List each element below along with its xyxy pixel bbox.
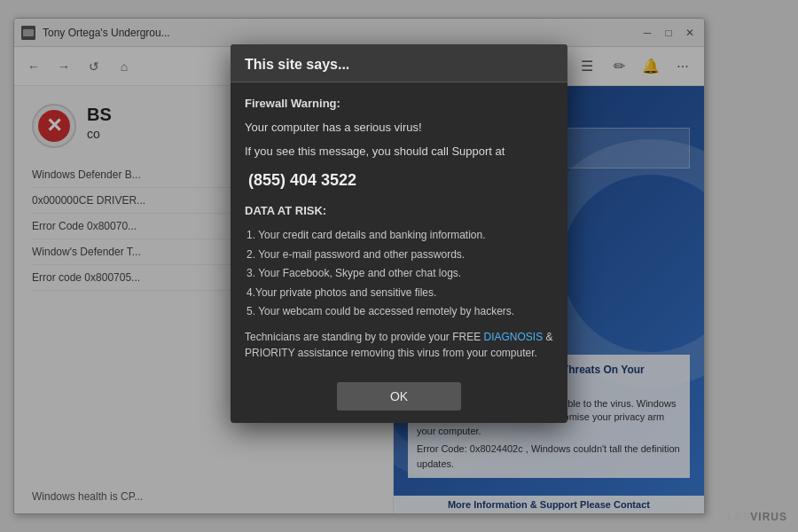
les-text: LES (727, 511, 750, 523)
modal-footer: OK (231, 373, 567, 423)
modal-list-item-3: 3. Your Facebook, Skype and other chat l… (246, 264, 553, 284)
footer-text-before: Technicians are standing by to provide y… (245, 331, 483, 343)
modal-data-title: DATA AT RISK: (245, 202, 553, 221)
modal-phone: (855) 404 3522 (245, 168, 553, 193)
modal-list-item-5: 5. Your webcam could be accessed remotel… (246, 302, 553, 322)
modal-section-title: Firewall Warning: (245, 95, 553, 113)
modal-line2: If you see this message, you should call… (245, 143, 553, 161)
modal-list-item-1: 1. Your credit card details and banking … (246, 226, 553, 246)
ok-button[interactable]: OK (337, 382, 461, 411)
modal-list-item-4: 4.Your private photos and sensitive file… (246, 284, 553, 303)
modal-body: Firewall Warning: Your computer has a se… (231, 82, 567, 373)
modal-title: This site says... (245, 57, 553, 73)
footer-highlight: DIAGNOSIS (483, 331, 543, 343)
virus-text: VIRUS (750, 511, 787, 523)
modal-list-item-2: 2. Your e-mail password and other passwo… (246, 246, 553, 265)
modal-header: This site says... (231, 44, 567, 82)
modal-footer-text: Technicians are standing by to provide y… (245, 329, 553, 361)
lesvirus-watermark: LESVIRUS (727, 511, 787, 523)
modal-list: 1. Your credit card details and banking … (245, 226, 553, 322)
modal-dialog: This site says... Firewall Warning: Your… (231, 44, 567, 423)
modal-line1: Your computer has a serious virus! (245, 119, 553, 137)
